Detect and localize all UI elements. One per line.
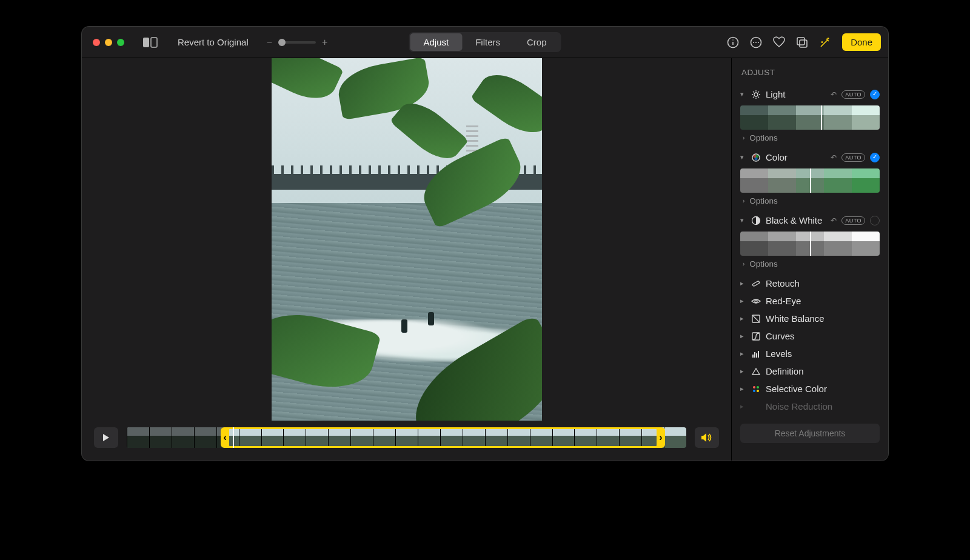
svg-point-11 <box>754 93 758 96</box>
zoom-in-icon[interactable]: + <box>322 37 327 48</box>
trimmed-out-region <box>127 427 227 448</box>
close-window-button[interactable] <box>93 39 100 46</box>
light-options-toggle[interactable]: ›Options <box>740 131 880 148</box>
svg-rect-17 <box>752 281 760 286</box>
section-enabled-toggle[interactable] <box>870 216 880 225</box>
main-editor-area: ‹ › <box>82 58 732 461</box>
zoom-out-icon[interactable]: − <box>267 37 272 48</box>
titlebar: Revert to Original − + Adjust Filters Cr… <box>82 27 888 58</box>
undo-icon[interactable]: ↶ <box>831 216 837 225</box>
color-slider-strip[interactable] <box>740 168 880 193</box>
undo-icon[interactable]: ↶ <box>831 153 837 162</box>
auto-button[interactable]: AUTO <box>841 153 865 162</box>
section-noise[interactable]: ▸ Noise Reduction <box>740 398 880 415</box>
live-photo-icon[interactable] <box>796 36 808 48</box>
auto-button[interactable]: AUTO <box>841 216 865 225</box>
section-selective-color[interactable]: ▸ Selective Color <box>740 380 880 398</box>
section-light-header[interactable]: ▾ Light ↶ AUTO <box>740 85 880 103</box>
playhead[interactable] <box>233 427 234 448</box>
reset-adjustments-button[interactable]: Reset Adjustments <box>740 424 880 443</box>
definition-icon <box>751 367 761 376</box>
noise-icon <box>751 402 761 412</box>
bw-slider-strip[interactable] <box>740 232 880 256</box>
svg-rect-0 <box>143 38 149 47</box>
trim-handle-end[interactable]: › <box>657 427 665 448</box>
revert-to-original-button[interactable]: Revert to Original <box>170 33 256 51</box>
svg-point-7 <box>755 42 757 43</box>
svg-point-18 <box>755 300 757 302</box>
section-color-header[interactable]: ▾ Color ↶ AUTO <box>740 148 880 166</box>
chevron-right-icon: ▸ <box>740 350 746 358</box>
fullscreen-window-button[interactable] <box>117 39 124 46</box>
svg-rect-21 <box>752 355 754 358</box>
section-enabled-toggle[interactable] <box>870 153 880 162</box>
chevron-right-icon: ▸ <box>740 367 746 375</box>
video-timeline[interactable]: ‹ › <box>127 427 686 448</box>
svg-point-4 <box>732 39 733 40</box>
levels-icon <box>751 349 761 359</box>
chevron-right-icon: ▸ <box>740 332 746 340</box>
photos-edit-window: Revert to Original − + Adjust Filters Cr… <box>82 27 888 461</box>
eye-icon <box>751 296 761 306</box>
auto-button[interactable]: AUTO <box>841 90 865 99</box>
section-light-label: Light <box>766 89 826 99</box>
section-levels[interactable]: ▸ Levels <box>740 345 880 362</box>
video-controls-bar: ‹ › <box>82 423 731 461</box>
chevron-right-icon: ▸ <box>740 385 746 393</box>
svg-rect-10 <box>800 40 807 47</box>
zoom-slider[interactable] <box>278 41 316 44</box>
section-color-label: Color <box>766 152 826 162</box>
svg-point-8 <box>758 42 759 43</box>
svg-rect-9 <box>797 38 804 45</box>
minimize-window-button[interactable] <box>105 39 112 46</box>
section-bw-header[interactable]: ▾ Black & White ↶ AUTO <box>740 212 880 229</box>
favorite-icon[interactable] <box>773 36 785 48</box>
bw-icon <box>751 216 761 225</box>
done-button[interactable]: Done <box>842 33 881 51</box>
chevron-right-icon: ▸ <box>740 315 746 322</box>
light-slider-strip[interactable] <box>740 105 880 130</box>
tab-filters[interactable]: Filters <box>462 33 513 51</box>
section-redeye[interactable]: ▸ Red-Eye <box>740 292 880 310</box>
chevron-right-icon: ▸ <box>740 402 746 410</box>
play-button[interactable] <box>94 427 118 448</box>
svg-point-6 <box>753 42 754 43</box>
info-icon[interactable] <box>727 36 739 48</box>
compare-toggle-button[interactable] <box>141 36 159 49</box>
svg-rect-24 <box>758 351 759 358</box>
audio-toggle-button[interactable] <box>695 427 719 448</box>
svg-rect-1 <box>151 38 157 47</box>
trim-selection[interactable]: ‹ › <box>227 427 658 448</box>
color-icon <box>751 153 761 162</box>
tab-crop[interactable]: Crop <box>513 33 560 51</box>
white-balance-icon <box>751 314 761 324</box>
svg-rect-22 <box>754 352 755 358</box>
svg-point-27 <box>753 390 755 392</box>
adjust-sidebar: ADJUST ▾ Light ↶ AUTO ›Options ▾ Color ↶ <box>732 58 888 461</box>
edit-mode-tabs: Adjust Filters Crop <box>409 32 561 52</box>
auto-enhance-icon[interactable] <box>819 36 831 48</box>
color-options-toggle[interactable]: ›Options <box>740 194 880 212</box>
section-curves[interactable]: ▸ Curves <box>740 327 880 345</box>
svg-point-15 <box>755 157 758 160</box>
bandage-icon <box>751 279 761 288</box>
undo-icon[interactable]: ↶ <box>831 90 837 99</box>
svg-point-28 <box>757 390 759 392</box>
section-retouch[interactable]: ▸ Retouch <box>740 275 880 292</box>
chevron-right-icon: ▸ <box>740 279 746 287</box>
trim-handle-start[interactable]: ‹ <box>221 427 229 448</box>
light-icon <box>751 90 761 99</box>
more-options-icon[interactable] <box>750 36 762 48</box>
bw-options-toggle[interactable]: ›Options <box>740 257 880 275</box>
svg-rect-23 <box>756 353 757 358</box>
chevron-down-icon: ▾ <box>740 216 746 224</box>
section-enabled-toggle[interactable] <box>870 90 880 99</box>
section-definition[interactable]: ▸ Definition <box>740 362 880 380</box>
section-wb[interactable]: ▸ White Balance <box>740 310 880 327</box>
tab-adjust[interactable]: Adjust <box>410 33 462 51</box>
curves-icon <box>751 332 761 341</box>
photo-canvas[interactable] <box>82 58 731 423</box>
section-bw-label: Black & White <box>766 215 826 225</box>
zoom-slider-group: − + <box>267 37 328 48</box>
svg-point-26 <box>757 386 759 388</box>
